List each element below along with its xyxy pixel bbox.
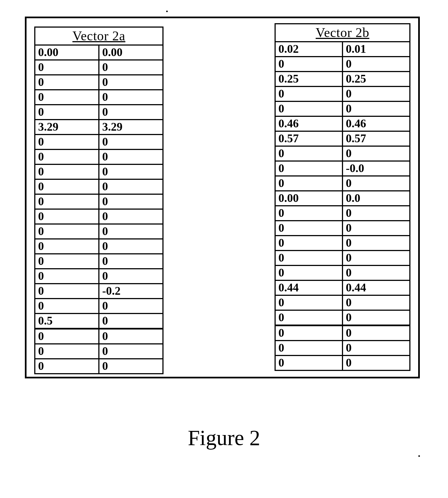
table-cell: 0 bbox=[275, 295, 342, 310]
table-cell: 0 bbox=[35, 179, 99, 194]
table-row: 0.250.25 bbox=[275, 72, 410, 86]
table-row: 0.000.00 bbox=[35, 45, 163, 60]
table-cell: 0 bbox=[35, 60, 99, 75]
table-cell: 0 bbox=[35, 105, 99, 120]
table-row: 00 bbox=[35, 359, 163, 374]
table-cell: 3.29 bbox=[99, 120, 163, 135]
table-cell: 0 bbox=[275, 206, 342, 221]
table-row: 00 bbox=[35, 90, 163, 105]
vector-2b-body: 0.020.01000.250.2500000.460.460.570.5700… bbox=[275, 42, 410, 370]
table-cell: 0.01 bbox=[342, 42, 410, 57]
table-cell: 0 bbox=[99, 135, 163, 149]
table-cell: 0 bbox=[99, 344, 163, 359]
table-cell: 0 bbox=[99, 299, 163, 313]
table-cell: 0 bbox=[35, 90, 99, 105]
table-cell: 0 bbox=[275, 310, 342, 325]
table-row: 00 bbox=[275, 236, 410, 251]
table-cell: 0 bbox=[342, 146, 410, 161]
table-cell: 0 bbox=[275, 86, 342, 101]
vector-2b-column: Vector 2b 0.020.01000.250.2500000.460.46… bbox=[275, 23, 410, 371]
table-cell: 0 bbox=[342, 176, 410, 191]
table-cell: 0 bbox=[275, 146, 342, 161]
table-cell: 0 bbox=[342, 57, 410, 72]
table-cell: 0.44 bbox=[342, 280, 410, 295]
table-cell: 0 bbox=[342, 265, 410, 280]
table-cell: -0.2 bbox=[99, 284, 163, 299]
table-cell: 0 bbox=[275, 101, 342, 116]
table-cell: 0 bbox=[35, 209, 99, 224]
table-row: 00 bbox=[35, 149, 163, 164]
table-cell: -0.0 bbox=[342, 161, 410, 176]
table-cell: 0.25 bbox=[342, 72, 410, 86]
table-row: 00 bbox=[35, 209, 163, 224]
stray-mark: · bbox=[166, 6, 168, 17]
table-cell: 3.29 bbox=[35, 120, 99, 135]
table-row: 0-0.0 bbox=[275, 161, 410, 176]
table-cell: 0 bbox=[99, 254, 163, 269]
table-row: 0-0.2 bbox=[35, 284, 163, 299]
table-cell: 0.46 bbox=[342, 116, 410, 131]
table-cell: 0.5 bbox=[35, 313, 99, 329]
table-cell: 0 bbox=[35, 329, 99, 344]
vector-2a-title: Vector 2a bbox=[35, 27, 163, 45]
table-cell: 0 bbox=[342, 341, 410, 355]
table-cell: 0 bbox=[99, 239, 163, 254]
table-cell: 0 bbox=[35, 164, 99, 179]
table-cell: 0 bbox=[99, 105, 163, 120]
table-row: 00 bbox=[275, 265, 410, 280]
table-cell: 0 bbox=[342, 325, 410, 341]
table-row: 00 bbox=[275, 86, 410, 101]
table-row: 00 bbox=[275, 325, 410, 341]
table-row: 00 bbox=[35, 344, 163, 359]
table-cell: 0 bbox=[99, 359, 163, 374]
figure-page: · Vector 2a 0.000.00000000003.293.290000… bbox=[0, 0, 448, 498]
table-row: 00 bbox=[275, 251, 410, 265]
table-cell: 0 bbox=[35, 224, 99, 239]
table-row: 00 bbox=[275, 146, 410, 161]
table-row: 00 bbox=[35, 60, 163, 75]
table-cell: 0.0 bbox=[342, 191, 410, 206]
table-cell: 0.57 bbox=[342, 131, 410, 146]
table-cell: 0 bbox=[342, 251, 410, 265]
figure-frame: Vector 2a 0.000.00000000003.293.29000000… bbox=[25, 17, 420, 378]
table-row: 00 bbox=[275, 221, 410, 236]
table-cell: 0 bbox=[35, 239, 99, 254]
table-row: 0.000.0 bbox=[275, 191, 410, 206]
table-row: 00 bbox=[35, 179, 163, 194]
table-row: 3.293.29 bbox=[35, 120, 163, 135]
table-cell: 0 bbox=[342, 101, 410, 116]
table-cell: 0 bbox=[99, 90, 163, 105]
table-row: 00 bbox=[35, 164, 163, 179]
table-cell: 0 bbox=[342, 295, 410, 310]
vector-2b-table: Vector 2b 0.020.01000.250.2500000.460.46… bbox=[275, 23, 410, 371]
table-row: 00 bbox=[35, 224, 163, 239]
table-row: 00 bbox=[275, 57, 410, 72]
table-cell: 0.44 bbox=[275, 280, 342, 295]
table-row: 0.570.57 bbox=[275, 131, 410, 146]
table-cell: 0 bbox=[275, 341, 342, 355]
table-cell: 0 bbox=[275, 176, 342, 191]
table-cell: 0 bbox=[342, 86, 410, 101]
table-cell: 0.46 bbox=[275, 116, 342, 131]
table-row: 00 bbox=[35, 135, 163, 149]
table-cell: 0 bbox=[275, 57, 342, 72]
table-cell: 0 bbox=[342, 206, 410, 221]
table-cell: 0 bbox=[275, 221, 342, 236]
table-cell: 0 bbox=[275, 265, 342, 280]
table-cell: 0 bbox=[275, 161, 342, 176]
table-row: 00 bbox=[35, 239, 163, 254]
table-row: 00 bbox=[275, 206, 410, 221]
table-row: 00 bbox=[275, 295, 410, 310]
table-cell: 0 bbox=[275, 355, 342, 370]
table-cell: 0 bbox=[99, 75, 163, 90]
table-row: 00 bbox=[275, 341, 410, 355]
table-cell: 0 bbox=[342, 310, 410, 325]
table-cell: 0 bbox=[275, 251, 342, 265]
table-cell: 0 bbox=[35, 254, 99, 269]
table-cell: 0 bbox=[99, 209, 163, 224]
table-cell: 0 bbox=[35, 344, 99, 359]
table-row: 00 bbox=[35, 105, 163, 120]
table-row: 00 bbox=[35, 254, 163, 269]
table-row: 00 bbox=[275, 176, 410, 191]
table-cell: 0 bbox=[35, 269, 99, 284]
